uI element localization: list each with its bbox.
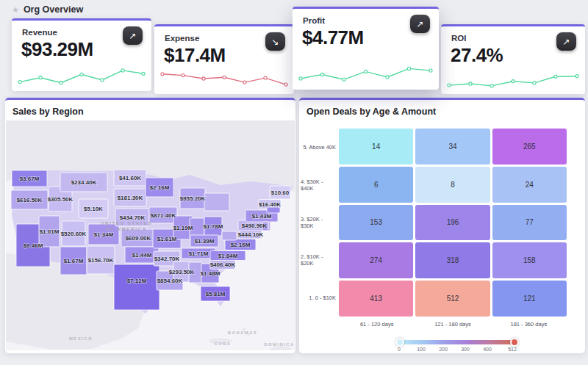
heatmap-row-labels: 5. Above 40K4. $30K - $40K3. $20K - $30K… (301, 129, 336, 317)
map-state-value: $9.46M (24, 242, 43, 249)
sparkline-chart (297, 61, 434, 87)
map-state-value: $16.40K (259, 201, 281, 208)
heatmap-cell[interactable]: 6 (339, 167, 413, 203)
legend-gradient-bar (399, 340, 512, 344)
map-state-value: $181.30K (118, 195, 143, 201)
map-state-value: $444.10K (238, 231, 264, 238)
heatmap-column-label: 181 - 360 days (511, 321, 548, 328)
map-state-value: $1.19M (173, 225, 193, 231)
us-choropleth-map[interactable]: $3.67M$616.50K$9.46M$1.01M$305.50K$234.4… (6, 120, 295, 350)
page-title: Org Overview (24, 4, 83, 15)
sparkline-chart (159, 65, 290, 92)
legend-tick: 200 (439, 347, 448, 352)
trend-up-icon: ↗ (416, 19, 423, 29)
heatmap-cell[interactable]: 121 (492, 281, 567, 317)
heatmap-row-label: 2. $10K - $20K (301, 253, 336, 267)
map-state-region[interactable] (267, 207, 280, 213)
kpi-label: Profit (303, 16, 325, 25)
trend-up-icon: ↗ (562, 37, 570, 47)
open-deals-panel: Open Deals by Age & Amount 5. Above 40K4… (299, 98, 585, 353)
heatmap-row-label: 3. $20K - $30K (301, 216, 336, 229)
heatmap-cell[interactable]: 8 (415, 167, 490, 203)
kpi-label: Revenue (22, 28, 57, 37)
heatmap-column-labels: 61 - 120 days121 - 180 days181 - 360 day… (339, 321, 567, 328)
heatmap-cell[interactable]: 265 (492, 129, 567, 165)
panel-title: Open Deals by Age & Amount (306, 106, 436, 117)
star-icon[interactable]: ★ (12, 5, 19, 15)
trend-down-icon: ↘ (271, 37, 279, 47)
sparkline-chart (16, 62, 147, 89)
heatmap-cell[interactable]: 34 (415, 129, 490, 165)
heatmap-cell[interactable]: 318 (415, 242, 490, 278)
map-state-value: $1.84M (218, 253, 238, 259)
map-state-value: $2.16M (231, 242, 251, 248)
map-geo-label: BAHAMAS (228, 330, 257, 335)
map-state-region[interactable] (114, 264, 159, 310)
kpi-label: ROI (451, 34, 466, 43)
map-state-region[interactable] (222, 231, 237, 240)
trend-up-icon: ↗ (129, 31, 136, 41)
map-state-value: $5.10K (84, 206, 103, 212)
legend-min-handle[interactable] (395, 338, 404, 347)
kpi-value: 27.4% (451, 44, 503, 67)
heatmap-cell[interactable]: 158 (492, 242, 567, 278)
map-state-value: $7.12M (127, 278, 147, 284)
map-state-value: $1.71M (189, 250, 209, 257)
map-state-value: $342.70K (154, 256, 180, 262)
map-state-value: $1.78M (204, 223, 223, 230)
map-state-value: $1.34M (94, 231, 114, 238)
map-state-value: $5.81M (206, 291, 226, 297)
map-state-value: $871.40K (151, 212, 176, 219)
map-state-value: $1.67M (64, 258, 84, 264)
map-state-value: $406.40K (210, 261, 236, 268)
kpi-label: Expense (165, 34, 199, 43)
heatmap-cell[interactable]: 512 (415, 281, 490, 317)
heatmap-cell[interactable]: 77 (492, 205, 567, 241)
kpi-card-profit[interactable]: Profit $4.77M ↗ (293, 7, 439, 90)
map-geo-label: CUBA (215, 341, 232, 346)
kpi-value: $4.77M (302, 26, 364, 49)
map-state-value: $520.60K (61, 231, 87, 237)
expand-arrow-button[interactable]: ↗ (410, 15, 430, 33)
heatmap-grid: 1434265682415319677274318158413512121 (339, 129, 567, 317)
map-state-value: $305.50K (48, 196, 74, 203)
kpi-card-revenue[interactable]: Revenue $93.29M ↗ (12, 18, 151, 91)
map-state-value: $1.48M (201, 270, 220, 277)
map-geo-label: MEXICO (69, 336, 93, 341)
legend-tick-labels: 0100200300400512 (399, 347, 512, 353)
expand-arrow-button[interactable]: ↗ (123, 26, 143, 45)
map-state-value: $234.40K (71, 179, 97, 186)
expand-arrow-button[interactable]: ↘ (265, 32, 285, 51)
heatmap-cell[interactable]: 196 (415, 205, 490, 241)
heatmap-cell[interactable]: 24 (492, 167, 567, 203)
kpi-card-roi[interactable]: ROI 27.4% ↗ (441, 24, 585, 94)
page-header: ★ Org Overview (12, 4, 83, 15)
map-state-region[interactable] (204, 193, 229, 211)
heatmap-cell[interactable]: 413 (339, 281, 413, 317)
map-state-value: $293.50K (169, 269, 195, 275)
heatmap-row-label: 1. 0 - $10K (309, 294, 336, 301)
map-geo-label: UNITED STATES (101, 221, 152, 225)
map-state-value: $2.16M (150, 184, 170, 191)
map-geo-label: DOMINICA (264, 342, 295, 347)
map-geo-label: OF AMERICA (106, 227, 147, 231)
legend-tick: 100 (417, 347, 426, 352)
panel-title: Sales by Region (12, 106, 84, 117)
map-state-value: $955.20K (180, 195, 206, 202)
heatmap-cell[interactable]: 14 (339, 129, 413, 165)
heatmap-legend: 0100200300400512 (399, 339, 512, 353)
legend-tick: 400 (483, 347, 492, 352)
heatmap-cell[interactable]: 153 (339, 205, 413, 241)
map-state-value: $1.43M (252, 213, 272, 220)
expand-arrow-button[interactable]: ↗ (556, 32, 576, 51)
map-state-value: $1.44M (132, 252, 152, 259)
kpi-card-expense[interactable]: Expense $17.4M ↘ (154, 24, 294, 94)
legend-tick: 512 (508, 347, 517, 352)
heatmap-cell[interactable]: 274 (339, 242, 413, 278)
map-state-value: $1.61M (157, 236, 177, 242)
legend-tick: 300 (461, 347, 470, 352)
kpi-value: $17.4M (164, 44, 226, 67)
map-state-value: $616.50K (17, 197, 43, 203)
legend-max-handle[interactable] (510, 338, 519, 347)
map-state-value: $434.70K (120, 214, 146, 221)
